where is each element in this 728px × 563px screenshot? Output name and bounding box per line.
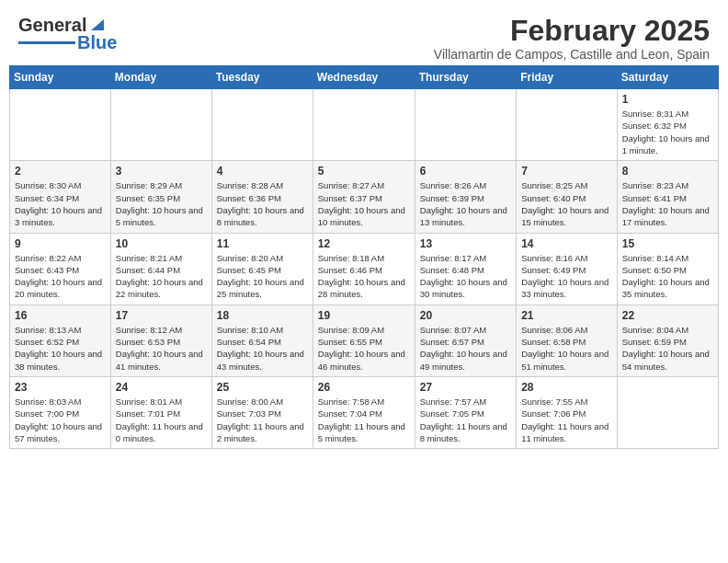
- weekday-header-saturday: Saturday: [617, 66, 718, 89]
- logo-underline: [18, 41, 75, 44]
- day-number: 13: [420, 237, 511, 250]
- day-info: Sunrise: 8:25 AM Sunset: 6:40 PM Dayligh…: [521, 179, 612, 228]
- day-cell: [517, 89, 618, 161]
- day-cell: 24Sunrise: 8:01 AM Sunset: 7:01 PM Dayli…: [110, 376, 211, 448]
- day-cell: 26Sunrise: 7:58 AM Sunset: 7:04 PM Dayli…: [313, 376, 415, 448]
- logo-triangle-icon: [87, 14, 108, 34]
- weekday-header-tuesday: Tuesday: [211, 66, 313, 89]
- day-cell: 27Sunrise: 7:57 AM Sunset: 7:05 PM Dayli…: [415, 376, 516, 448]
- day-info: Sunrise: 8:18 AM Sunset: 6:46 PM Dayligh…: [318, 252, 410, 301]
- header: General Blue February 2025 Villamartin d…: [0, 0, 728, 65]
- day-number: 18: [217, 309, 308, 322]
- day-number: 5: [318, 165, 410, 178]
- day-info: Sunrise: 8:04 AM Sunset: 6:59 PM Dayligh…: [622, 324, 713, 373]
- day-number: 20: [420, 309, 511, 322]
- day-number: 9: [15, 237, 106, 250]
- week-row-5: 23Sunrise: 8:03 AM Sunset: 7:00 PM Dayli…: [10, 376, 719, 448]
- day-cell: 12Sunrise: 8:18 AM Sunset: 6:46 PM Dayli…: [313, 233, 415, 304]
- day-number: 28: [521, 381, 612, 394]
- weekday-header-wednesday: Wednesday: [313, 66, 415, 89]
- day-info: Sunrise: 7:55 AM Sunset: 7:06 PM Dayligh…: [521, 396, 612, 444]
- day-cell: 5Sunrise: 8:27 AM Sunset: 6:37 PM Daylig…: [313, 161, 415, 233]
- day-info: Sunrise: 8:29 AM Sunset: 6:35 PM Dayligh…: [116, 179, 207, 228]
- day-number: 25: [217, 381, 308, 394]
- day-cell: [10, 89, 111, 161]
- weekday-header-monday: Monday: [110, 66, 211, 89]
- month-year-title: February 2025: [434, 15, 710, 47]
- calendar-wrapper: SundayMondayTuesdayWednesdayThursdayFrid…: [0, 65, 728, 458]
- day-cell: 23Sunrise: 8:03 AM Sunset: 7:00 PM Dayli…: [10, 376, 111, 448]
- day-number: 17: [116, 309, 207, 322]
- day-info: Sunrise: 7:58 AM Sunset: 7:04 PM Dayligh…: [318, 396, 410, 444]
- day-number: 10: [116, 237, 207, 250]
- day-cell: 22Sunrise: 8:04 AM Sunset: 6:59 PM Dayli…: [617, 304, 718, 376]
- svg-marker-0: [91, 19, 104, 30]
- day-cell: 11Sunrise: 8:20 AM Sunset: 6:45 PM Dayli…: [211, 233, 313, 304]
- day-info: Sunrise: 8:01 AM Sunset: 7:01 PM Dayligh…: [116, 396, 207, 444]
- day-cell: 8Sunrise: 8:23 AM Sunset: 6:41 PM Daylig…: [617, 161, 718, 233]
- page: General Blue February 2025 Villamartin d…: [0, 0, 728, 458]
- day-cell: 17Sunrise: 8:12 AM Sunset: 6:53 PM Dayli…: [110, 304, 211, 376]
- day-info: Sunrise: 8:00 AM Sunset: 7:03 PM Dayligh…: [217, 396, 308, 444]
- logo: General Blue: [18, 15, 117, 53]
- day-info: Sunrise: 8:28 AM Sunset: 6:36 PM Dayligh…: [217, 179, 308, 228]
- day-info: Sunrise: 8:30 AM Sunset: 6:34 PM Dayligh…: [15, 179, 106, 228]
- day-cell: 2Sunrise: 8:30 AM Sunset: 6:34 PM Daylig…: [10, 161, 111, 233]
- day-number: 4: [217, 165, 308, 178]
- day-cell: 28Sunrise: 7:55 AM Sunset: 7:06 PM Dayli…: [517, 376, 618, 448]
- day-number: 26: [318, 381, 410, 394]
- day-cell: 18Sunrise: 8:10 AM Sunset: 6:54 PM Dayli…: [211, 304, 313, 376]
- day-number: 15: [622, 237, 713, 250]
- weekday-header-thursday: Thursday: [415, 66, 516, 89]
- day-info: Sunrise: 8:16 AM Sunset: 6:49 PM Dayligh…: [521, 252, 612, 301]
- day-number: 1: [622, 93, 713, 106]
- day-number: 6: [420, 165, 511, 178]
- day-cell: 21Sunrise: 8:06 AM Sunset: 6:58 PM Dayli…: [517, 304, 618, 376]
- title-block: February 2025 Villamartin de Campos, Cas…: [434, 15, 710, 62]
- day-number: 14: [521, 237, 612, 250]
- day-cell: 20Sunrise: 8:07 AM Sunset: 6:57 PM Dayli…: [415, 304, 516, 376]
- day-info: Sunrise: 8:03 AM Sunset: 7:00 PM Dayligh…: [15, 396, 106, 444]
- day-cell: [617, 376, 718, 448]
- weekday-header-sunday: Sunday: [10, 66, 111, 89]
- day-cell: 14Sunrise: 8:16 AM Sunset: 6:49 PM Dayli…: [517, 233, 618, 304]
- day-info: Sunrise: 8:27 AM Sunset: 6:37 PM Dayligh…: [318, 179, 410, 228]
- weekday-header-friday: Friday: [517, 66, 618, 89]
- day-info: Sunrise: 8:17 AM Sunset: 6:48 PM Dayligh…: [420, 252, 511, 301]
- day-number: 21: [521, 309, 612, 322]
- day-info: Sunrise: 8:22 AM Sunset: 6:43 PM Dayligh…: [15, 252, 106, 301]
- day-cell: 10Sunrise: 8:21 AM Sunset: 6:44 PM Dayli…: [110, 233, 211, 304]
- day-cell: 25Sunrise: 8:00 AM Sunset: 7:03 PM Dayli…: [211, 376, 313, 448]
- day-info: Sunrise: 8:31 AM Sunset: 6:32 PM Dayligh…: [622, 108, 713, 156]
- day-number: 11: [217, 237, 308, 250]
- day-number: 7: [521, 165, 612, 178]
- day-cell: [211, 89, 313, 161]
- day-cell: 1Sunrise: 8:31 AM Sunset: 6:32 PM Daylig…: [617, 89, 718, 161]
- day-cell: [313, 89, 415, 161]
- day-number: 2: [15, 165, 106, 178]
- day-cell: 6Sunrise: 8:26 AM Sunset: 6:39 PM Daylig…: [415, 161, 516, 233]
- day-cell: 3Sunrise: 8:29 AM Sunset: 6:35 PM Daylig…: [110, 161, 211, 233]
- day-number: 27: [420, 381, 511, 394]
- day-number: 12: [318, 237, 410, 250]
- day-cell: 16Sunrise: 8:13 AM Sunset: 6:52 PM Dayli…: [10, 304, 111, 376]
- day-info: Sunrise: 8:09 AM Sunset: 6:55 PM Dayligh…: [318, 324, 410, 373]
- day-cell: [110, 89, 211, 161]
- week-row-4: 16Sunrise: 8:13 AM Sunset: 6:52 PM Dayli…: [10, 304, 719, 376]
- day-info: Sunrise: 8:12 AM Sunset: 6:53 PM Dayligh…: [116, 324, 207, 373]
- week-row-1: 1Sunrise: 8:31 AM Sunset: 6:32 PM Daylig…: [10, 89, 719, 161]
- day-info: Sunrise: 8:13 AM Sunset: 6:52 PM Dayligh…: [15, 324, 106, 373]
- day-number: 8: [622, 165, 713, 178]
- week-row-2: 2Sunrise: 8:30 AM Sunset: 6:34 PM Daylig…: [10, 161, 719, 233]
- day-info: Sunrise: 8:23 AM Sunset: 6:41 PM Dayligh…: [622, 179, 713, 228]
- calendar-table: SundayMondayTuesdayWednesdayThursdayFrid…: [9, 65, 719, 449]
- day-number: 3: [116, 165, 207, 178]
- day-info: Sunrise: 8:06 AM Sunset: 6:58 PM Dayligh…: [521, 324, 612, 373]
- day-cell: 9Sunrise: 8:22 AM Sunset: 6:43 PM Daylig…: [10, 233, 111, 304]
- day-cell: 19Sunrise: 8:09 AM Sunset: 6:55 PM Dayli…: [313, 304, 415, 376]
- week-row-3: 9Sunrise: 8:22 AM Sunset: 6:43 PM Daylig…: [10, 233, 719, 304]
- day-number: 24: [116, 381, 207, 394]
- day-number: 19: [318, 309, 410, 322]
- day-info: Sunrise: 8:07 AM Sunset: 6:57 PM Dayligh…: [420, 324, 511, 373]
- day-info: Sunrise: 8:14 AM Sunset: 6:50 PM Dayligh…: [622, 252, 713, 301]
